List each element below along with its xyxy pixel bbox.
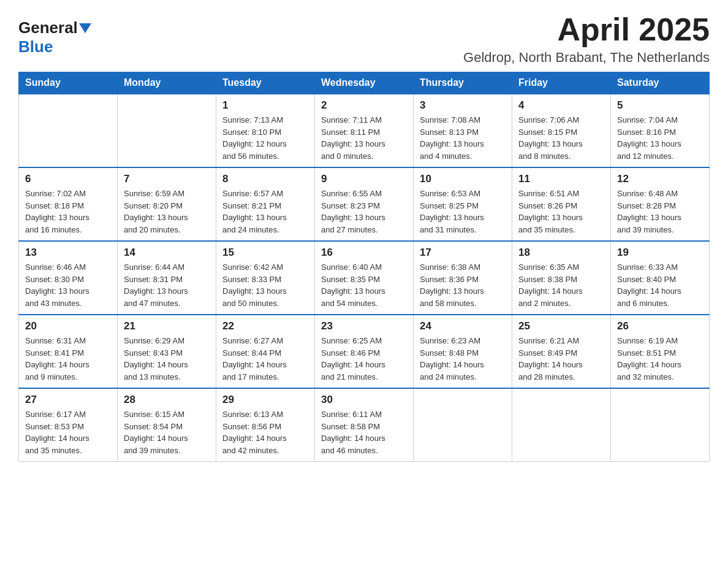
calendar-cell: 19Sunrise: 6:33 AMSunset: 8:40 PMDayligh… [611,241,710,315]
calendar-cell: 24Sunrise: 6:23 AMSunset: 8:48 PMDayligh… [414,315,512,388]
day-number: 4 [518,99,604,112]
weekday-header-thursday: Thursday [414,72,512,94]
weekday-header-wednesday: Wednesday [315,72,414,94]
day-number: 25 [518,320,604,332]
calendar-cell: 14Sunrise: 6:44 AMSunset: 8:31 PMDayligh… [118,241,216,315]
day-info: Sunrise: 7:06 AMSunset: 8:15 PMDaylight:… [518,114,604,162]
calendar-cell: 7Sunrise: 6:59 AMSunset: 8:20 PMDaylight… [118,167,216,241]
weekday-header-monday: Monday [118,72,216,94]
calendar-cell: 30Sunrise: 6:11 AMSunset: 8:58 PMDayligh… [315,388,414,462]
day-number: 14 [124,247,210,259]
calendar-cell: 2Sunrise: 7:11 AMSunset: 8:11 PMDaylight… [315,94,414,167]
calendar-cell: 1Sunrise: 7:13 AMSunset: 8:10 PMDaylight… [216,94,315,167]
calendar-cell [118,94,216,167]
day-number: 16 [321,247,407,259]
weekday-header-sunday: Sunday [19,72,118,94]
day-number: 29 [222,394,308,406]
calendar-cell: 17Sunrise: 6:38 AMSunset: 8:36 PMDayligh… [414,241,512,315]
day-info: Sunrise: 6:11 AMSunset: 8:58 PMDaylight:… [321,408,407,456]
calendar-cell: 9Sunrise: 6:55 AMSunset: 8:23 PMDaylight… [315,167,414,241]
day-number: 22 [222,320,308,332]
calendar-cell: 21Sunrise: 6:29 AMSunset: 8:43 PMDayligh… [118,315,216,388]
week-row-2: 6Sunrise: 7:02 AMSunset: 8:18 PMDaylight… [19,167,710,241]
day-number: 24 [420,320,506,332]
logo: General Blue [18,18,93,56]
day-info: Sunrise: 6:31 AMSunset: 8:41 PMDaylight:… [25,335,111,383]
week-row-1: 1Sunrise: 7:13 AMSunset: 8:10 PMDaylight… [19,94,710,167]
day-number: 6 [25,173,111,185]
day-info: Sunrise: 6:27 AMSunset: 8:44 PMDaylight:… [222,335,308,383]
day-number: 23 [321,320,407,332]
day-info: Sunrise: 6:25 AMSunset: 8:46 PMDaylight:… [321,335,407,383]
day-info: Sunrise: 7:02 AMSunset: 8:18 PMDaylight:… [25,188,111,236]
calendar-cell: 22Sunrise: 6:27 AMSunset: 8:44 PMDayligh… [216,315,315,388]
calendar-cell: 13Sunrise: 6:46 AMSunset: 8:30 PMDayligh… [19,241,118,315]
calendar-cell: 3Sunrise: 7:08 AMSunset: 8:13 PMDaylight… [414,94,512,167]
day-number: 7 [124,173,210,185]
weekday-header-row: SundayMondayTuesdayWednesdayThursdayFrid… [19,72,710,94]
calendar-cell: 11Sunrise: 6:51 AMSunset: 8:26 PMDayligh… [512,167,611,241]
day-number: 1 [222,99,308,112]
day-info: Sunrise: 6:42 AMSunset: 8:33 PMDaylight:… [222,261,308,309]
calendar-cell [414,388,512,462]
day-info: Sunrise: 6:38 AMSunset: 8:36 PMDaylight:… [420,261,506,309]
day-info: Sunrise: 6:13 AMSunset: 8:56 PMDaylight:… [222,408,308,456]
day-info: Sunrise: 7:13 AMSunset: 8:10 PMDaylight:… [222,114,308,162]
day-number: 9 [321,173,407,185]
month-year-title: April 2025 [463,12,710,47]
day-number: 11 [518,173,604,185]
day-number: 15 [222,247,308,259]
calendar-body: 1Sunrise: 7:13 AMSunset: 8:10 PMDaylight… [19,94,710,462]
calendar-cell: 20Sunrise: 6:31 AMSunset: 8:41 PMDayligh… [19,315,118,388]
day-info: Sunrise: 6:57 AMSunset: 8:21 PMDaylight:… [222,188,308,236]
calendar-cell: 4Sunrise: 7:06 AMSunset: 8:15 PMDaylight… [512,94,611,167]
day-number: 18 [518,247,604,259]
day-info: Sunrise: 6:19 AMSunset: 8:51 PMDaylight:… [617,335,703,383]
calendar-cell: 12Sunrise: 6:48 AMSunset: 8:28 PMDayligh… [611,167,710,241]
logo-arrow-icon [79,23,91,33]
calendar-cell: 5Sunrise: 7:04 AMSunset: 8:16 PMDaylight… [611,94,710,167]
day-info: Sunrise: 6:23 AMSunset: 8:48 PMDaylight:… [420,335,506,383]
day-info: Sunrise: 6:15 AMSunset: 8:54 PMDaylight:… [124,408,210,456]
day-number: 19 [617,247,703,259]
day-number: 20 [25,320,111,332]
week-row-5: 27Sunrise: 6:17 AMSunset: 8:53 PMDayligh… [19,388,710,462]
weekday-header-friday: Friday [512,72,611,94]
week-row-3: 13Sunrise: 6:46 AMSunset: 8:30 PMDayligh… [19,241,710,315]
calendar-cell: 27Sunrise: 6:17 AMSunset: 8:53 PMDayligh… [19,388,118,462]
day-info: Sunrise: 6:44 AMSunset: 8:31 PMDaylight:… [124,261,210,309]
day-number: 13 [25,247,111,259]
day-number: 12 [617,173,703,185]
day-info: Sunrise: 6:33 AMSunset: 8:40 PMDaylight:… [617,261,703,309]
calendar-cell [611,388,710,462]
day-number: 8 [222,173,308,185]
day-number: 27 [25,394,111,406]
day-info: Sunrise: 7:04 AMSunset: 8:16 PMDaylight:… [617,114,703,162]
calendar-cell: 6Sunrise: 7:02 AMSunset: 8:18 PMDaylight… [19,167,118,241]
day-number: 2 [321,99,407,112]
calendar-table: SundayMondayTuesdayWednesdayThursdayFrid… [18,72,710,462]
day-info: Sunrise: 6:48 AMSunset: 8:28 PMDaylight:… [617,188,703,236]
location-subtitle: Geldrop, North Brabant, The Netherlands [463,50,710,66]
calendar-cell: 29Sunrise: 6:13 AMSunset: 8:56 PMDayligh… [216,388,315,462]
logo-general: General [18,18,78,37]
day-info: Sunrise: 6:17 AMSunset: 8:53 PMDaylight:… [25,408,111,456]
day-info: Sunrise: 6:59 AMSunset: 8:20 PMDaylight:… [124,188,210,236]
day-info: Sunrise: 6:53 AMSunset: 8:25 PMDaylight:… [420,188,506,236]
title-block: April 2025 Geldrop, North Brabant, The N… [463,12,710,66]
weekday-header-saturday: Saturday [611,72,710,94]
calendar-cell: 28Sunrise: 6:15 AMSunset: 8:54 PMDayligh… [118,388,216,462]
calendar-cell: 25Sunrise: 6:21 AMSunset: 8:49 PMDayligh… [512,315,611,388]
day-info: Sunrise: 6:35 AMSunset: 8:38 PMDaylight:… [518,261,604,309]
calendar-cell: 8Sunrise: 6:57 AMSunset: 8:21 PMDaylight… [216,167,315,241]
day-number: 17 [420,247,506,259]
day-number: 10 [420,173,506,185]
day-number: 21 [124,320,210,332]
calendar-cell: 18Sunrise: 6:35 AMSunset: 8:38 PMDayligh… [512,241,611,315]
day-info: Sunrise: 6:21 AMSunset: 8:49 PMDaylight:… [518,335,604,383]
day-number: 28 [124,394,210,406]
page-header: General Blue April 2025 Geldrop, North B… [18,12,710,66]
day-info: Sunrise: 6:55 AMSunset: 8:23 PMDaylight:… [321,188,407,236]
day-info: Sunrise: 6:40 AMSunset: 8:35 PMDaylight:… [321,261,407,309]
calendar-cell: 10Sunrise: 6:53 AMSunset: 8:25 PMDayligh… [414,167,512,241]
